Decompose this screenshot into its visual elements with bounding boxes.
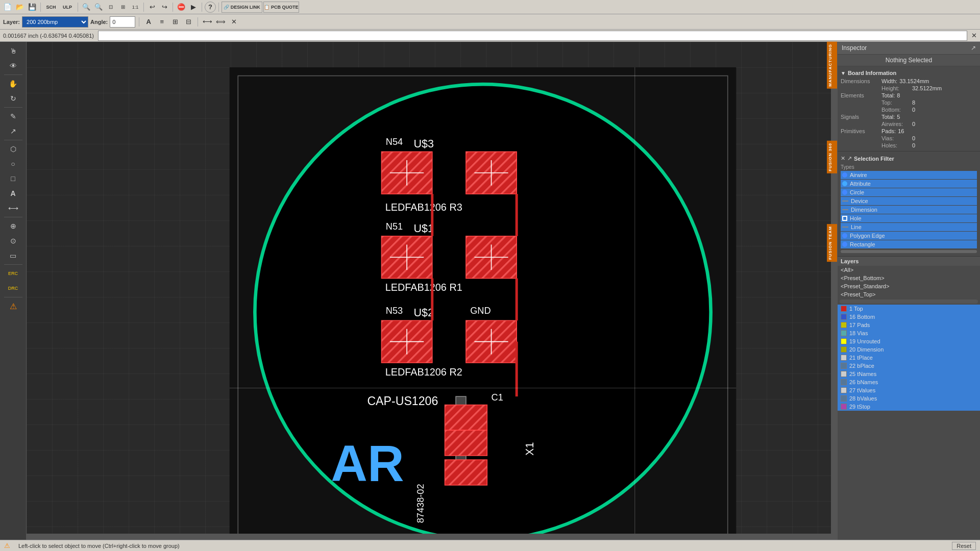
rect-tool[interactable]: □ xyxy=(6,171,20,186)
type-item-rectangle[interactable]: Rectangle xyxy=(841,240,977,248)
flip-btn[interactable]: ⟺ xyxy=(215,16,226,28)
warning-indicator[interactable]: ⚠ xyxy=(6,299,20,313)
zoom-in-button[interactable]: 🔍 xyxy=(93,2,104,13)
run-button[interactable]: ▶ xyxy=(188,2,199,13)
circle-tool[interactable]: ○ xyxy=(6,157,20,171)
type-item-hole[interactable]: Hole xyxy=(841,214,977,222)
layer-item-1-top[interactable]: 1 Top xyxy=(838,305,980,313)
layer-item-18-vias[interactable]: 18 Vias xyxy=(838,329,980,337)
layer-item-22-bplace[interactable]: 22 bPlace xyxy=(838,362,980,370)
layer-item-preset-top[interactable]: <Preset_Top> xyxy=(838,290,980,298)
board-info-arrow: ▼ xyxy=(841,70,846,76)
type-item-airwire[interactable]: Airwire xyxy=(841,171,977,179)
save-button[interactable]: 💾 xyxy=(27,2,38,13)
grid-btn[interactable]: ⊞ xyxy=(169,16,181,28)
zoom-fit-button[interactable]: ⊡ xyxy=(105,2,116,13)
type-item-polygon-edge[interactable]: Polygon Edge xyxy=(841,232,977,240)
pcb-board[interactable]: N54 U$3 LEDFAB1206 R3 N51 xyxy=(78,67,837,540)
expand-filter-icon[interactable]: ↗ xyxy=(847,155,852,162)
smd-tool[interactable]: ▭ xyxy=(6,248,20,263)
align-btn[interactable]: ≡ xyxy=(156,16,167,28)
type-item-device[interactable]: Device xyxy=(841,197,977,205)
rotate-tool[interactable]: ↻ xyxy=(6,91,20,106)
layer-preset-top-label: <Preset_Top> xyxy=(841,291,876,297)
route-btn[interactable]: ✕ xyxy=(228,16,239,28)
route-tool[interactable]: ↗ xyxy=(6,124,20,138)
horizontal-scrollbar[interactable] xyxy=(27,534,831,540)
type-item-dimension[interactable]: Dimension xyxy=(841,206,977,214)
inspector-expand-icon[interactable]: ↗ xyxy=(971,44,976,52)
mirror-btn[interactable]: ⟷ xyxy=(202,16,213,28)
layers-section: Layers <All> <Preset_Bottom> <Preset_Sta… xyxy=(838,257,980,540)
open-button[interactable]: 📂 xyxy=(14,2,26,13)
elements-top-row: Top: 8 xyxy=(841,99,977,106)
command-input[interactable] xyxy=(98,31,967,41)
undo-button[interactable]: ↩ xyxy=(146,2,158,13)
fusion360-team-tab[interactable]: FUSION TEAM xyxy=(827,224,837,262)
layer-item-16-bottom[interactable]: 16 Bottom xyxy=(838,313,980,321)
type-item-circle[interactable]: Circle xyxy=(841,188,977,196)
drc-erc[interactable]: ERC xyxy=(6,266,20,281)
svg-text:U$2: U$2 xyxy=(413,307,433,319)
reset-button[interactable]: Reset xyxy=(952,542,976,550)
dimension-tool[interactable]: ⟷ xyxy=(6,201,20,215)
canvas-area[interactable]: N54 U$3 LEDFAB1206 R3 N51 xyxy=(27,42,837,540)
layer-item-29-tstop[interactable]: 29 tStop xyxy=(838,403,980,411)
type-list-scrollbar[interactable] xyxy=(841,250,977,253)
layer-21-tplace-label: 21 tPlace xyxy=(849,355,873,361)
layer-item-preset-standard[interactable]: <Preset_Standard> xyxy=(838,282,980,290)
fusion360-tab[interactable]: FUSION 360 xyxy=(827,141,837,173)
layer-item-27-tvalues[interactable]: 27 tValues xyxy=(838,386,980,394)
text-btn[interactable]: A xyxy=(143,16,154,28)
drc-tool[interactable]: DRC xyxy=(6,281,20,295)
ulp-button[interactable]: ULP xyxy=(60,2,75,13)
elements-top-label: Top: xyxy=(881,99,912,106)
primitives-pads-value: 16 xyxy=(898,128,904,134)
zoom-out-button[interactable]: 🔍 xyxy=(81,2,92,13)
status-right: Reset xyxy=(952,542,976,550)
svg-text:X1: X1 xyxy=(524,442,536,456)
angle-input[interactable] xyxy=(110,16,135,28)
close-filter-icon[interactable]: ✕ xyxy=(841,155,845,162)
pcb-quote-button[interactable]: 📋 PCB QUOTE xyxy=(263,2,299,13)
layer-item-26-bnames[interactable]: 26 bNames xyxy=(838,378,980,386)
layer-item-17-pads[interactable]: 17 Pads xyxy=(838,321,980,329)
layer-item-25-tnames[interactable]: 25 tNames xyxy=(838,370,980,378)
layer-item-19-unrouted[interactable]: 19 Unrouted xyxy=(838,337,980,345)
zoom-reset-button[interactable]: 1:1 xyxy=(130,2,141,13)
layer-item-28-bvalues[interactable]: 28 bValues xyxy=(838,394,980,403)
design-link-button[interactable]: 🔗 DESIGN LINK xyxy=(222,2,262,13)
grid2-btn[interactable]: ⊟ xyxy=(183,16,194,28)
move-tool[interactable]: ✋ xyxy=(6,77,20,91)
layer-item-preset-bottom[interactable]: <Preset_Bottom> xyxy=(838,274,980,282)
elements-top-value: 8 xyxy=(912,99,915,106)
layer-item-21-tplace[interactable]: 21 tPlace xyxy=(838,354,980,362)
wire-tool[interactable]: ✎ xyxy=(6,109,20,123)
layer-item-20-dimension[interactable]: 20 Dimension xyxy=(838,345,980,354)
separator-4 xyxy=(173,3,173,12)
redo-button[interactable]: ↪ xyxy=(159,2,170,13)
layers-list[interactable]: <All> <Preset_Bottom> <Preset_Standard> … xyxy=(838,266,980,540)
layers-scroll[interactable] xyxy=(840,299,978,304)
type-item-line[interactable]: Line xyxy=(841,223,977,231)
dimensions-width-value: 33.1524mm xyxy=(899,78,929,84)
help-button[interactable]: ? xyxy=(205,2,216,13)
view-tool[interactable]: 👁 xyxy=(6,59,20,73)
sch-button[interactable]: SCH xyxy=(43,2,59,13)
via-tool[interactable]: ⊕ xyxy=(6,219,20,233)
zoom-area-button[interactable]: ⊞ xyxy=(117,2,129,13)
layer-select[interactable]: 200 200bmp xyxy=(22,16,88,28)
pad-tool[interactable]: ⊙ xyxy=(6,234,20,248)
manufacturing-tab[interactable]: MANUFACTURING xyxy=(827,42,837,89)
layer-item-all[interactable]: <All> xyxy=(838,266,980,274)
svg-text:U$3: U$3 xyxy=(413,138,433,150)
board-info-header[interactable]: ▼ Board Information xyxy=(841,68,977,78)
text-tool[interactable]: A xyxy=(6,186,20,201)
select-tool[interactable]: 🖱 xyxy=(6,44,20,58)
polygon-tool[interactable]: ⬡ xyxy=(6,142,20,156)
stop-button[interactable]: ⛔ xyxy=(176,2,187,13)
type-item-attribute[interactable]: Attribute xyxy=(841,180,977,188)
close-button[interactable]: ✕ xyxy=(971,32,977,39)
new-button[interactable]: 📄 xyxy=(2,2,13,13)
layer-18-vias-label: 18 Vias xyxy=(849,330,868,336)
